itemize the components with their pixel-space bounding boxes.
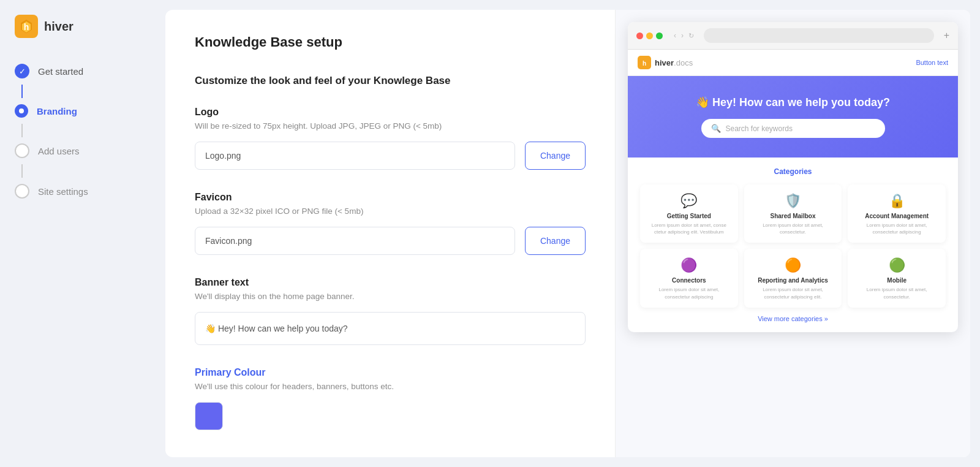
browser-add-tab: + (944, 30, 949, 41)
favicon-input-row: Change (195, 227, 586, 255)
preview-nav: h hiver.docs Button text (628, 50, 958, 76)
category-icon-mobile: 🟢 (854, 257, 940, 273)
preview-categories: Categories 💬 Getting Started Lorem ipsum… (628, 158, 958, 332)
page-title: Knowledge Base setup (195, 34, 586, 50)
category-desc-shared-mailbox: Lorem ipsum dolor sit amet, consectetur. (750, 222, 836, 235)
sidebar: h hiver ✓ Get started Branding Add users… (0, 0, 165, 467)
category-desc-account-management: Lorem ipsum dolor sit amet, consectetur … (854, 222, 940, 235)
favicon-section-title: Favicon (195, 192, 586, 203)
list-item: 🟠 Reporting and Analytics Lorem ipsum do… (744, 249, 842, 307)
sidebar-item-get-started[interactable]: ✓ Get started (0, 58, 165, 85)
logo-change-button[interactable]: Change (525, 142, 586, 170)
list-item: 🔒 Account Management Lorem ipsum dolor s… (848, 184, 946, 243)
logo-input[interactable] (195, 142, 515, 170)
category-name-connectors: Connectors (646, 277, 732, 284)
nav-indicator-branding (15, 104, 28, 118)
list-item: 🛡️ Shared Mailbox Lorem ipsum dolor sit … (744, 184, 842, 243)
category-desc-connectors: Lorem ipsum dolor sit amet, consectetur … (646, 286, 732, 300)
list-item: 💬 Getting Started Lorem ipsum dolor sit … (640, 184, 738, 243)
preview-hero: 👋 Hey! How can we help you today? 🔍 Sear… (628, 76, 958, 158)
logo-input-row: Change (195, 142, 586, 170)
dot-red (636, 32, 643, 39)
preview-logo: h hiver.docs (638, 56, 693, 69)
list-item: 🟣 Connectors Lorem ipsum dolor sit amet,… (640, 249, 738, 307)
favicon-change-button[interactable]: Change (525, 227, 586, 255)
logo-section-desc: Will be re-sized to 75px height. Upload … (195, 121, 586, 131)
view-more-link[interactable]: View more categories » (640, 315, 946, 322)
banner-section: Banner text We'll display this on the ho… (195, 277, 586, 367)
banner-section-desc: We'll display this on the home page bann… (195, 292, 586, 301)
banner-input[interactable] (195, 312, 586, 345)
page-subtitle: Customize the look and feel of your Know… (195, 75, 586, 87)
logo-text: hiver (44, 20, 74, 34)
favicon-input[interactable] (195, 227, 515, 255)
logo-section: Logo Will be re-sized to 75px height. Up… (195, 107, 586, 170)
browser-url-bar (704, 28, 934, 43)
primary-colour-section: Primary Colour We'll use this colour for… (195, 367, 586, 430)
category-desc-getting-started: Lorem ipsum dolor sit amet, conse ctetur… (646, 222, 732, 235)
category-desc-mobile: Lorem ipsum dolor sit amet, consectetur. (854, 286, 940, 300)
nav-connector-1 (21, 85, 23, 98)
sidebar-item-site-settings[interactable]: Site settings (0, 178, 165, 205)
sidebar-item-branding[interactable]: Branding (0, 98, 165, 124)
browser-bar: ‹ › ↻ + (628, 22, 958, 50)
nav-back: ‹ (674, 31, 676, 40)
colour-swatch[interactable] (195, 402, 223, 430)
category-icon-getting-started: 💬 (646, 193, 732, 209)
search-icon: 🔍 (711, 124, 721, 133)
logo-section-title: Logo (195, 107, 586, 118)
category-name-getting-started: Getting Started (646, 213, 732, 219)
hiver-logo-icon: h (15, 15, 38, 38)
dot-green (656, 32, 663, 39)
nav-connector-2 (21, 124, 23, 137)
preview-panel: ‹ › ↻ + h hiver.docs Button text (615, 10, 970, 457)
category-name-account-management: Account Management (854, 213, 940, 219)
nav-label-branding: Branding (37, 106, 77, 116)
preview-search-placeholder: Search for keywords (726, 124, 793, 133)
svg-text:h: h (24, 22, 29, 32)
nav-label-add-users: Add users (38, 146, 80, 156)
nav-forward: › (681, 31, 684, 40)
banner-section-title: Banner text (195, 277, 586, 288)
categories-grid: 💬 Getting Started Lorem ipsum dolor sit … (640, 184, 946, 308)
dot-yellow (646, 32, 653, 39)
nav-indicator-add-users (15, 143, 29, 158)
primary-colour-title: Primary Colour (195, 367, 586, 378)
category-icon-reporting: 🟠 (750, 257, 836, 273)
categories-title: Categories (640, 167, 946, 176)
preview-hero-title: 👋 Hey! How can we help you today? (640, 96, 946, 109)
category-name-mobile: Mobile (854, 277, 940, 284)
nav-refresh: ↻ (688, 32, 694, 40)
category-desc-reporting: Lorem ipsum dolor sit amet, consectetur … (750, 286, 836, 300)
preview-button-text: Button text (916, 59, 948, 66)
list-item: 🟢 Mobile Lorem ipsum dolor sit amet, con… (848, 249, 946, 307)
category-icon-shared-mailbox: 🛡️ (750, 193, 836, 209)
svg-text:h: h (643, 60, 646, 67)
nav-indicator-get-started: ✓ (15, 64, 29, 78)
nav-indicator-site-settings (15, 184, 29, 199)
category-icon-connectors: 🟣 (646, 257, 732, 273)
favicon-section: Favicon Upload a 32×32 pixel ICO or PNG … (195, 192, 586, 255)
nav-connector-3 (21, 164, 23, 178)
category-name-shared-mailbox: Shared Mailbox (750, 213, 836, 219)
preview-logo-icon: h (638, 56, 651, 69)
favicon-section-desc: Upload a 32×32 pixel ICO or PNG file (< … (195, 207, 586, 216)
primary-colour-desc: We'll use this colour for headers, banne… (195, 382, 586, 391)
main-content: Knowledge Base setup Customize the look … (165, 10, 970, 457)
nav-label-get-started: Get started (38, 66, 83, 77)
category-name-reporting: Reporting and Analytics (750, 277, 836, 284)
sidebar-logo: h hiver (0, 15, 165, 58)
content-area: Knowledge Base setup Customize the look … (165, 10, 615, 457)
sidebar-item-add-users[interactable]: Add users (0, 137, 165, 164)
browser-window: ‹ › ↻ + h hiver.docs Button text (628, 22, 958, 332)
nav-label-site-settings: Site settings (38, 186, 88, 197)
category-icon-account-management: 🔒 (854, 193, 940, 209)
preview-search-bar: 🔍 Search for keywords (701, 119, 885, 138)
preview-logo-text: hiver.docs (655, 58, 693, 67)
browser-dots (636, 32, 663, 39)
